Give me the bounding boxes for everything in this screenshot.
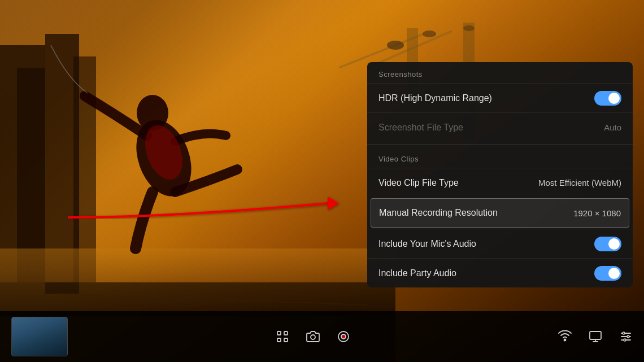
party-audio-name: Include Party Audio bbox=[378, 268, 456, 278]
video-clips-section: Video Clips Video Clip File Type Most Ef… bbox=[367, 147, 633, 287]
bottom-center-icons bbox=[68, 330, 558, 343]
bottom-bar bbox=[0, 311, 644, 362]
svg-rect-27 bbox=[590, 332, 601, 339]
broadcast-icon[interactable] bbox=[558, 330, 572, 343]
thumbnail[interactable] bbox=[11, 317, 68, 356]
mic-audio-toggle-knob bbox=[608, 238, 620, 250]
svg-point-33 bbox=[623, 332, 625, 334]
manual-recording-resolution-name: Manual Recording Resolution bbox=[379, 208, 498, 218]
section-divider bbox=[367, 144, 633, 145]
hdr-setting-name: HDR (High Dynamic Range) bbox=[378, 93, 492, 103]
svg-point-26 bbox=[564, 339, 566, 341]
screenshot-focus-icon[interactable] bbox=[276, 330, 289, 343]
settings-panel: Screenshots HDR (High Dynamic Range) Scr… bbox=[367, 62, 633, 287]
svg-point-34 bbox=[627, 335, 629, 338]
video-filetype-row[interactable]: Video Clip File Type Most Efficient (Web… bbox=[367, 168, 633, 197]
record-icon[interactable] bbox=[337, 330, 350, 343]
party-audio-toggle-knob bbox=[608, 268, 620, 279]
hdr-toggle-knob bbox=[608, 93, 620, 104]
camera-icon[interactable] bbox=[306, 330, 320, 343]
manual-recording-resolution-value: 1920 × 1080 bbox=[573, 208, 621, 218]
bottom-right-icons bbox=[558, 330, 633, 343]
svg-rect-22 bbox=[284, 338, 288, 342]
party-audio-row[interactable]: Include Party Audio bbox=[367, 258, 633, 287]
screenshot-filetype-row[interactable]: Screenshot File Type Auto bbox=[367, 112, 633, 142]
svg-rect-20 bbox=[284, 332, 288, 335]
mic-audio-name: Include Your Mic's Audio bbox=[378, 239, 476, 249]
svg-point-25 bbox=[341, 334, 346, 339]
video-filetype-value: Most Efficient (WebM) bbox=[538, 178, 621, 187]
svg-rect-19 bbox=[277, 332, 281, 335]
thumbnail-image bbox=[12, 317, 67, 356]
mic-audio-toggle[interactable] bbox=[594, 237, 621, 251]
svg-rect-21 bbox=[277, 338, 281, 342]
screenshot-filetype-name: Screenshot File Type bbox=[378, 123, 463, 133]
monitor-icon[interactable] bbox=[589, 330, 602, 343]
hdr-toggle[interactable] bbox=[594, 91, 621, 106]
video-filetype-name: Video Clip File Type bbox=[378, 178, 459, 188]
screenshots-section: Screenshots HDR (High Dynamic Range) Scr… bbox=[367, 62, 633, 142]
screenshots-section-label: Screenshots bbox=[367, 62, 633, 83]
manual-recording-resolution-row[interactable]: Manual Recording Resolution 1920 × 1080 bbox=[371, 198, 629, 228]
screenshot-filetype-value: Auto bbox=[604, 123, 621, 132]
mic-audio-row[interactable]: Include Your Mic's Audio bbox=[367, 229, 633, 258]
party-audio-toggle[interactable] bbox=[594, 266, 621, 281]
svg-point-35 bbox=[624, 339, 626, 341]
video-clips-section-label: Video Clips bbox=[367, 147, 633, 168]
hdr-setting-row[interactable]: HDR (High Dynamic Range) bbox=[367, 83, 633, 112]
sliders-icon[interactable] bbox=[619, 330, 633, 343]
svg-point-23 bbox=[311, 335, 315, 339]
